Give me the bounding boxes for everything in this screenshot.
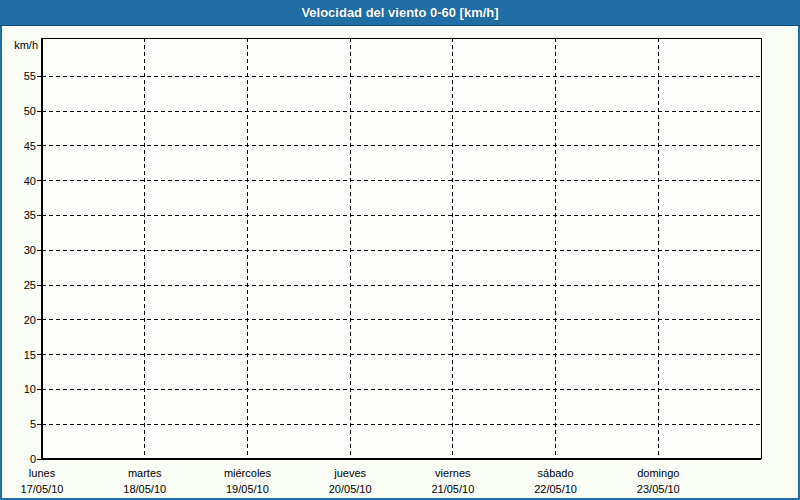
- y-tick-label: 50: [24, 105, 36, 117]
- x-day-label: viernes: [435, 467, 471, 479]
- chart-widget-frame: Velocidad del viento 0-60 [km/h] km/h 05…: [0, 0, 800, 500]
- x-day-label: jueves: [333, 467, 366, 479]
- y-tick-label: 15: [24, 349, 36, 361]
- x-date-label: 20/05/10: [329, 483, 372, 495]
- x-day-label: lunes: [29, 467, 56, 479]
- plot-canvas: 0510152025303540455055lunes17/05/10marte…: [0, 0, 800, 500]
- y-tick-label: 5: [30, 418, 36, 430]
- y-tick-label: 10: [24, 383, 36, 395]
- y-tick-label: 35: [24, 209, 36, 221]
- y-tick-label: 20: [24, 314, 36, 326]
- plot-background: [42, 38, 761, 459]
- y-tick-label: 55: [24, 70, 36, 82]
- y-tick-label: 30: [24, 244, 36, 256]
- x-date-label: 23/05/10: [637, 483, 680, 495]
- x-day-label: domingo: [637, 467, 679, 479]
- y-tick-label: 25: [24, 279, 36, 291]
- x-date-label: 18/05/10: [123, 483, 166, 495]
- x-date-label: 21/05/10: [431, 483, 474, 495]
- y-tick-label: 40: [24, 175, 36, 187]
- x-date-label: 22/05/10: [534, 483, 577, 495]
- y-tick-label: 45: [24, 140, 36, 152]
- x-date-label: 17/05/10: [21, 483, 64, 495]
- y-tick-label: 0: [30, 453, 36, 465]
- x-day-label: martes: [128, 467, 162, 479]
- x-date-label: 19/05/10: [226, 483, 269, 495]
- x-day-label: sábado: [538, 467, 574, 479]
- x-day-label: miércoles: [224, 467, 272, 479]
